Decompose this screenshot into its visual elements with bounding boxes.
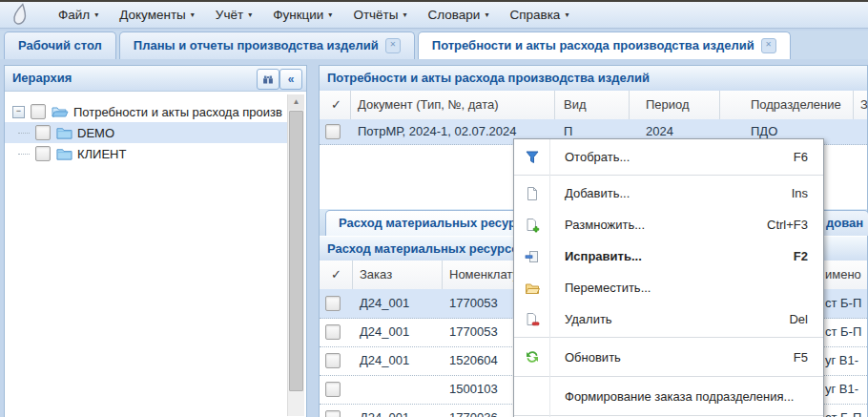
context-menu: Отобрать...F6 Добавить...Ins Размножить.… (513, 138, 824, 417)
row-checkbox[interactable] (325, 324, 341, 340)
folder-icon (56, 126, 72, 139)
binoculars-icon (261, 73, 275, 86)
menu-bar: Файл▾ Документы▾ Учёт▾ Функции▾ Отчёты▾ … (0, 2, 868, 29)
menu-item-form-order[interactable]: Формирование заказа подразделения... (514, 379, 823, 413)
cell-nomenclature: 1520604 (449, 346, 498, 374)
app-window: Файл▾ Документы▾ Учёт▾ Функции▾ Отчёты▾ … (0, 0, 868, 417)
tree-connector (18, 133, 30, 134)
hierarchy-panel: Иерархия « − Потребности и акты расхода … (4, 65, 307, 417)
cell-name-fragment: ст Б-П (825, 289, 861, 317)
cell-name-fragment: уг В1- (825, 346, 858, 374)
cell-document: ПотрМР, 2024-1, 02.07.2024 (358, 119, 517, 143)
column-header-z[interactable]: З (860, 91, 868, 118)
menu-help[interactable]: Справка▾ (499, 3, 579, 28)
menu-item-duplicate[interactable]: Размножить...Ctrl+F3 (514, 209, 823, 240)
column-header-document[interactable]: Документ (Тип, №, дата) (358, 91, 499, 118)
menu-file[interactable]: Файл▾ (48, 3, 109, 28)
cell-name-fragment: уг В1- (825, 375, 858, 403)
duplicate-document-icon (514, 218, 549, 233)
folder-icon (56, 147, 72, 160)
tab-bar: Рабочий стол Планы и отчеты производства… (0, 31, 868, 59)
tab-needs[interactable]: Потребности и акты расхода производства … (418, 31, 791, 59)
cell-order: Д24_001 (360, 318, 409, 345)
row-checkbox[interactable] (325, 296, 341, 311)
check-column-icon[interactable]: ✓ (331, 91, 341, 118)
chevron-down-icon: ▾ (248, 10, 252, 19)
tab-desktop[interactable]: Рабочий стол (4, 31, 116, 59)
tree-node-demo[interactable]: DEMO (5, 122, 289, 143)
tree-node-label: КЛИЕНТ (77, 147, 126, 161)
cell-name-fragment: ст Б-П (825, 318, 861, 345)
needs-panel-title: Потребности и акты расхода производства … (320, 66, 867, 92)
scroll-up-icon[interactable]: ▲ (288, 94, 304, 110)
row-checkbox[interactable] (325, 124, 341, 139)
tree-node-client[interactable]: КЛИЕНТ (5, 143, 289, 164)
chevron-down-icon: ▾ (94, 10, 98, 19)
column-header-period[interactable]: Период (646, 91, 690, 118)
menu-item-filter[interactable]: Отобрать...F6 (514, 141, 823, 173)
edit-icon (514, 249, 549, 264)
menu-item-move[interactable]: Переместить... (514, 272, 823, 303)
menu-separator (514, 376, 823, 377)
menu-dictionaries[interactable]: Словари▾ (418, 3, 500, 28)
tree-connector (18, 154, 30, 155)
tab-plans[interactable]: Планы и отчеты производства изделий✕ (119, 31, 415, 59)
tree-node-root[interactable]: − Потребности и акты расхода произв (5, 101, 289, 122)
column-header-vid[interactable]: Вид (564, 91, 587, 118)
cell-name-fragment: ст Б-П (825, 404, 861, 417)
menu-documents[interactable]: Документы▾ (109, 3, 205, 28)
delete-document-icon (514, 312, 549, 327)
refresh-icon (514, 349, 549, 365)
filter-icon (514, 150, 549, 165)
menu-item-add[interactable]: Добавить...Ins (514, 177, 823, 209)
menu-item-delete[interactable]: УдалитьDel (514, 303, 823, 335)
menu-separator (514, 337, 823, 338)
menu-separator (514, 415, 823, 416)
tree-scrollbar[interactable]: ▲ (287, 94, 304, 416)
chevron-down-icon: ▾ (565, 10, 568, 19)
cell-nomenclature: 1770036 (449, 404, 498, 417)
cell-order: Д24_001 (360, 289, 409, 317)
search-button[interactable] (257, 69, 279, 90)
close-icon[interactable]: ✕ (385, 38, 401, 53)
menu-functions[interactable]: Функции▾ (262, 3, 342, 28)
chevron-down-icon: ▾ (191, 10, 195, 19)
cell-nomenclature: 1500103 (449, 375, 498, 403)
row-checkbox[interactable] (325, 382, 341, 397)
tree-checkbox[interactable] (31, 104, 46, 119)
tree-checkbox[interactable] (35, 146, 51, 161)
chevron-down-icon: ▾ (485, 10, 488, 19)
move-folder-icon (514, 281, 549, 296)
cell-nomenclature: 1770053 (449, 318, 498, 345)
needs-table-header: ✓ Документ (Тип, №, дата) Вид Период Под… (320, 91, 867, 120)
menu-item-edit[interactable]: Исправить...F2 (514, 240, 823, 272)
menu-separator (514, 175, 823, 176)
chevron-down-icon: ▾ (403, 10, 407, 19)
collapse-panel-button[interactable]: « (279, 69, 302, 90)
menu-item-refresh[interactable]: ОбновитьF5 (514, 340, 823, 374)
column-header-order[interactable]: Заказ (360, 261, 392, 288)
menu-accounting[interactable]: Учёт▾ (205, 3, 262, 28)
row-checkbox[interactable] (325, 353, 341, 368)
cell-order: Д24_001 (360, 346, 409, 374)
tree-node-label: Потребности и акты расхода произв (73, 105, 282, 119)
hierarchy-panel-title: Иерархия « (5, 66, 306, 92)
scrollbar-thumb[interactable] (289, 111, 303, 391)
tree-node-label: DEMO (77, 126, 114, 140)
row-checkbox[interactable] (325, 410, 341, 417)
app-logo-icon (11, 3, 34, 28)
check-column-icon[interactable]: ✓ (331, 261, 341, 288)
open-folder-icon (52, 105, 69, 118)
cell-nomenclature: 1770053 (449, 289, 498, 317)
collapse-icon: « (288, 71, 295, 88)
menu-reports[interactable]: Отчёты▾ (342, 3, 417, 28)
close-icon[interactable]: ✕ (761, 38, 776, 53)
column-header-division[interactable]: Подразделение (751, 91, 841, 118)
cell-order: Д24_001 (360, 404, 409, 417)
new-document-icon (514, 186, 549, 201)
tree-checkbox[interactable] (35, 125, 51, 140)
column-header-name-fragment[interactable]: имено (825, 261, 861, 288)
collapse-node-icon[interactable]: − (12, 106, 25, 118)
chevron-down-icon: ▾ (328, 10, 332, 19)
